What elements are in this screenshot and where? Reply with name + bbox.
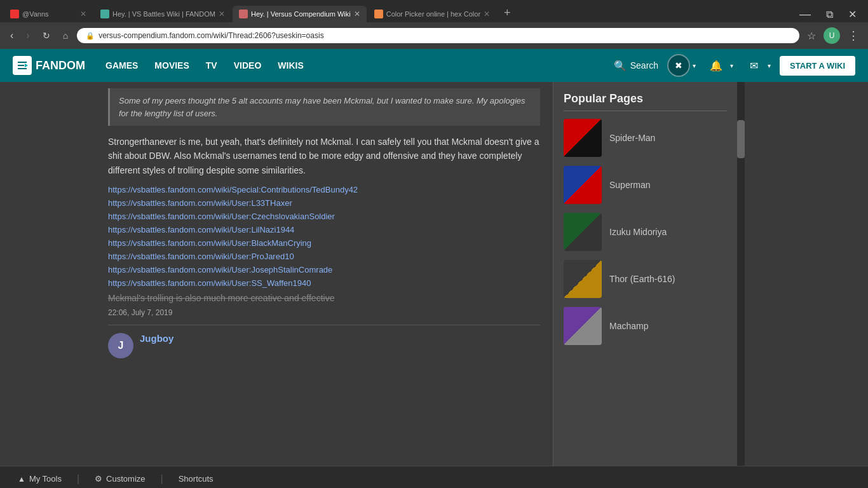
page-scrollbar[interactable]: [737, 82, 745, 466]
nav-wikis[interactable]: WIKIS: [270, 55, 311, 76]
popular-thumb-thor: [564, 260, 602, 298]
reply-section: J Jugboy: [108, 333, 540, 358]
start-wiki-button[interactable]: START A WIKI: [780, 56, 855, 76]
search-label: Search: [630, 60, 658, 71]
popular-item-midoriya[interactable]: Izuku Midoriya: [564, 213, 727, 251]
post-timestamp: 22:06, July 7, 2019: [108, 308, 540, 317]
popular-name-midoriya: Izuku Midoriya: [609, 227, 667, 237]
tab-vanns-label: @Vanns: [22, 10, 49, 18]
sidebar: Popular Pages Spider-Man Superman Izuku …: [553, 82, 737, 466]
menu-button[interactable]: ⋮: [845, 26, 862, 45]
my-tools-button[interactable]: ▲ My Tools: [13, 471, 67, 486]
scroll-thumb[interactable]: [737, 120, 745, 158]
post-link-6[interactable]: https://vsbattles.fandom.com/wiki/User:J…: [108, 265, 540, 274]
nav-video[interactable]: VIDEO: [226, 55, 269, 76]
post-link-1[interactable]: https://vsbattles.fandom.com/wiki/User:L…: [108, 198, 540, 208]
popular-name-machamp: Machamp: [609, 321, 648, 331]
home-button[interactable]: ⌂: [59, 28, 72, 43]
post-link-4[interactable]: https://vsbattles.fandom.com/wiki/User:B…: [108, 238, 540, 248]
back-button[interactable]: ‹: [6, 27, 17, 44]
sidebar-title: Popular Pages: [564, 92, 727, 111]
search-button[interactable]: 🔍 Search: [614, 60, 658, 72]
toolbar-separator-2: |: [161, 473, 163, 485]
popular-thumb-midoriya: [564, 213, 602, 251]
popular-item-machamp[interactable]: Machamp: [564, 307, 727, 345]
notification-button[interactable]: 🔔: [705, 54, 728, 77]
fandom-logo-text: FANDOM: [36, 59, 85, 72]
avatar: J: [108, 333, 133, 358]
left-margin: [0, 82, 95, 466]
nav-movies[interactable]: MOVIES: [147, 55, 196, 76]
popular-thumb-machamp: [564, 307, 602, 345]
tab-color-picker[interactable]: Color Picker online | hex Color ✕: [368, 6, 496, 22]
browser-controls: ‹ › ↻ ⌂ 🔒 versus-compendium.fandom.com/w…: [0, 22, 868, 49]
message-button[interactable]: ✉: [742, 54, 765, 77]
popular-item-spiderman[interactable]: Spider-Man: [564, 119, 727, 157]
tab-vanns[interactable]: @Vanns ✕: [4, 6, 93, 22]
message-icon: ✉: [750, 60, 758, 72]
maximize-button[interactable]: ⧉: [818, 6, 841, 22]
minimize-button[interactable]: —: [792, 6, 818, 22]
toolbar-separator-1: |: [77, 473, 79, 485]
strikethrough-text: Mckmal's trolling is also much more crea…: [108, 293, 540, 303]
popular-name-thor: Thor (Earth-616): [609, 274, 675, 284]
post-link-3[interactable]: https://vsbattles.fandom.com/wiki/User:L…: [108, 225, 540, 234]
reply-username[interactable]: Jugboy: [140, 333, 173, 344]
forward-button[interactable]: ›: [22, 27, 33, 44]
popular-thumb-spiderman: [564, 119, 602, 157]
fandom-toolbar: ▲ My Tools | ⚙ Customize | Shortcuts: [0, 466, 868, 488]
tab-color-picker-label: Color Picker online | hex Color: [386, 10, 480, 18]
new-tab-button[interactable]: +: [498, 4, 517, 22]
user-profile-button[interactable]: U: [824, 27, 840, 44]
url-bar[interactable]: 🔒 versus-compendium.fandom.com/wiki/Thre…: [77, 28, 799, 43]
browser-chrome: @Vanns ✕ Hey. | VS Battles Wiki | FANDOM…: [0, 0, 868, 49]
quote-block: Some of my peers thought the 5 alt accou…: [108, 88, 540, 126]
bell-icon: 🔔: [710, 60, 722, 72]
post-link-5[interactable]: https://vsbattles.fandom.com/wiki/User:P…: [108, 252, 540, 261]
tab-color-picker-close[interactable]: ✕: [484, 10, 490, 18]
popular-item-superman[interactable]: Superman: [564, 166, 727, 204]
customize-label: Customize: [106, 474, 145, 484]
tab-versus-compendium-close[interactable]: ✕: [354, 10, 360, 18]
user-icon: ✖: [675, 60, 682, 71]
reload-button[interactable]: ↻: [39, 28, 54, 43]
post-link-0[interactable]: https://vsbattles.fandom.com/wiki/Specia…: [108, 185, 540, 194]
notification-dropdown-arrow: ▾: [730, 62, 733, 69]
tab-vs-battles-close[interactable]: ✕: [219, 10, 225, 18]
nav-games[interactable]: GAMES: [98, 55, 146, 76]
fandom-header: FANDOM GAMES MOVIES TV VIDEO WIKIS 🔍 Sea…: [0, 49, 868, 82]
close-button[interactable]: ✕: [841, 6, 864, 22]
search-icon: 🔍: [614, 60, 627, 72]
fandom-logo-icon: [13, 56, 32, 75]
tab-vs-battles-label: Hey. | VS Battles Wiki | FANDOM: [112, 10, 215, 18]
main-area: Some of my peers thought the 5 alt accou…: [0, 82, 868, 466]
fandom-logo[interactable]: FANDOM: [13, 56, 85, 75]
bookmark-button[interactable]: ☆: [804, 27, 818, 44]
shortcuts-button[interactable]: Shortcuts: [173, 471, 219, 486]
user-dropdown-arrow: ▾: [693, 62, 696, 69]
article-content: Some of my peers thought the 5 alt accou…: [95, 82, 553, 466]
popular-item-thor[interactable]: Thor (Earth-616): [564, 260, 727, 298]
tab-vs-battles[interactable]: Hey. | VS Battles Wiki | FANDOM ✕: [94, 6, 231, 22]
my-tools-label: My Tools: [29, 474, 62, 484]
post-link-2[interactable]: https://vsbattles.fandom.com/wiki/User:C…: [108, 212, 540, 221]
lock-icon: 🔒: [86, 32, 95, 40]
tab-vanns-close[interactable]: ✕: [80, 10, 86, 18]
nav-tv[interactable]: TV: [198, 55, 225, 76]
popular-name-superman: Superman: [609, 180, 651, 190]
post-link-7[interactable]: https://vsbattles.fandom.com/wiki/User:S…: [108, 278, 540, 288]
user-icon-button[interactable]: ✖: [667, 54, 690, 77]
header-right: 🔍 Search ✖ ▾ 🔔 ▾ ✉ ▾ START A WIKI: [614, 54, 855, 77]
post-body-text: Strongerthanever is me, but yeah, that's…: [108, 135, 540, 177]
popular-name-spiderman: Spider-Man: [609, 133, 655, 143]
fandom-nav: GAMES MOVIES TV VIDEO WIKIS: [98, 55, 311, 76]
customize-button[interactable]: ⚙ Customize: [90, 471, 150, 486]
url-text: versus-compendium.fandom.com/wiki/Thread…: [98, 31, 324, 40]
tab-versus-compendium[interactable]: Hey. | Versus Compendium Wiki ✕: [233, 6, 367, 22]
tab-versus-compendium-label: Hey. | Versus Compendium Wiki: [251, 10, 351, 18]
tools-arrow-icon: ▲: [18, 475, 25, 484]
browser-tabs: @Vanns ✕ Hey. | VS Battles Wiki | FANDOM…: [0, 0, 868, 22]
avatar-initial: J: [118, 340, 124, 351]
gear-icon: ⚙: [95, 474, 102, 484]
message-dropdown-arrow: ▾: [768, 62, 771, 69]
